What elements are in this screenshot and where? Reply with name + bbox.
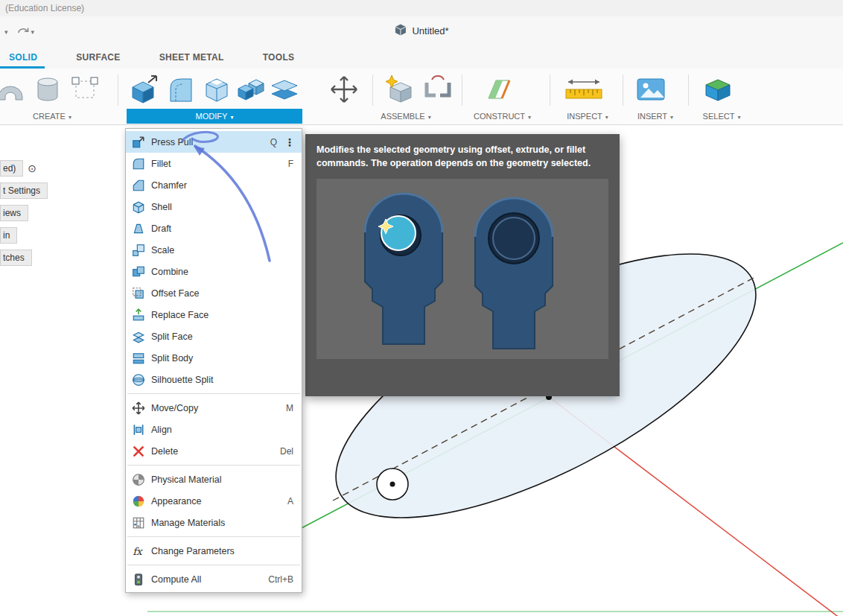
menu-item-manage-materials[interactable]: Manage Materials (126, 512, 302, 533)
tab-sheet-metal[interactable]: SHEET METAL (159, 52, 224, 69)
browser-item-named-views[interactable]: iews (0, 205, 28, 221)
chevron-down-icon (670, 112, 673, 121)
menu-item-fillet[interactable]: Fillet F (126, 153, 302, 174)
split-body-ribbon-icon[interactable] (268, 72, 301, 107)
appearance-icon (131, 494, 145, 508)
browser-item-origin[interactable]: in (0, 227, 17, 244)
measure-icon[interactable] (563, 72, 605, 107)
select-icon[interactable] (702, 72, 734, 107)
chevron-down-icon (31, 25, 35, 36)
menu-divider (127, 565, 300, 565)
press-pull-tooltip: Modifies the selected geometry using off… (305, 134, 620, 396)
press-pull-ribbon-icon[interactable] (128, 72, 161, 107)
fillet-ribbon-icon[interactable] (165, 72, 197, 107)
combine-ribbon-icon[interactable] (235, 72, 267, 107)
inspect-group-button[interactable]: INSPECT (557, 109, 618, 124)
ribbon-divider (550, 74, 550, 106)
physical-material-icon (131, 472, 145, 486)
construction-plane-icon[interactable] (483, 72, 515, 107)
create-group-button[interactable]: CREATE (0, 109, 104, 124)
sketch-icon[interactable] (69, 72, 101, 107)
chevron-down-icon (737, 112, 740, 121)
menu-item-chamfer[interactable]: Chamfer (126, 174, 302, 196)
tab-tools[interactable]: TOOLS (263, 52, 295, 69)
press-pull-preview-image (316, 179, 608, 359)
fusion-window: (Education License) Untitled* SOLID SURF… (0, 0, 843, 616)
browser-item-sketches[interactable]: tches (0, 250, 32, 266)
menu-item-replace-face[interactable]: Replace Face (126, 304, 302, 326)
draft-icon (131, 221, 145, 235)
cylinder-icon[interactable] (31, 72, 64, 107)
menu-divider (127, 393, 300, 394)
redo-icon (17, 25, 29, 37)
delete-icon (131, 444, 145, 458)
menu-item-move-copy[interactable]: Move/Copy M (126, 397, 302, 419)
ribbon-divider (372, 74, 373, 106)
split-face-icon (131, 329, 145, 343)
move-ribbon-icon[interactable] (328, 72, 360, 107)
menu-item-press-pull[interactable]: Press Pull Q ⋮ (126, 131, 302, 153)
browser-item-document-settings[interactable]: t Settings (0, 182, 48, 199)
viewport[interactable]: ed) ⊙ t Settings iews in tches Press Pul… (0, 125, 843, 616)
toolbar-tabs: SOLID SURFACE SHEET METAL TOOLS (0, 45, 843, 69)
compute-all-icon (131, 572, 145, 586)
manage-materials-icon (131, 515, 145, 530)
revolve-icon[interactable] (0, 72, 27, 107)
menu-item-shell[interactable]: Shell (126, 196, 302, 217)
modify-group-button[interactable]: MODIFY (127, 109, 302, 124)
joint-icon[interactable] (422, 72, 454, 107)
tab-surface[interactable]: SURFACE (76, 52, 120, 69)
chevron-down-icon (69, 112, 71, 121)
menu-item-silhouette-split[interactable]: Silhouette Split (126, 369, 302, 390)
replace-face-icon (131, 308, 145, 322)
ribbon-divider (688, 74, 689, 106)
select-group-button[interactable]: SELECT (694, 109, 749, 124)
assemble-group-button[interactable]: ASSEMBLE (370, 109, 442, 124)
offset-face-icon (131, 286, 145, 300)
chevron-down-icon (605, 112, 608, 121)
menu-item-offset-face[interactable]: Offset Face (126, 282, 302, 304)
license-bar: (Education License) (0, 0, 843, 16)
tab-solid[interactable]: SOLID (9, 52, 37, 69)
split-body-icon (131, 351, 145, 365)
menu-item-change-parameters[interactable]: fx Change Parameters (126, 540, 302, 562)
ribbon-divider (462, 74, 462, 106)
svg-text:fx: fx (133, 545, 143, 557)
activate-radio-icon[interactable]: ⊙ (28, 163, 36, 174)
menu-item-compute-all[interactable]: Compute All Ctrl+B (126, 568, 302, 590)
shell-icon (131, 200, 145, 214)
menu-item-split-body[interactable]: Split Body (126, 347, 302, 369)
menu-item-split-face[interactable]: Split Face (126, 326, 302, 347)
undo-menu-button[interactable] (1, 22, 11, 39)
menu-divider (127, 536, 300, 537)
insert-image-icon[interactable] (634, 72, 667, 107)
more-options-icon[interactable]: ⋮ (281, 136, 298, 148)
silhouette-split-icon (131, 372, 145, 387)
chevron-down-icon (230, 112, 233, 121)
ribbon-divider (118, 74, 118, 106)
document-title: Untitled* (394, 16, 448, 45)
construct-group-button[interactable]: CONSTRUCT (463, 109, 541, 124)
document-cube-icon (394, 23, 407, 39)
fx-icon: fx (131, 544, 145, 558)
chevron-down-icon (428, 112, 431, 121)
menu-item-draft[interactable]: Draft (126, 217, 302, 239)
menu-item-delete[interactable]: Delete Del (126, 440, 302, 462)
redo-button[interactable] (14, 22, 38, 40)
insert-group-button[interactable]: INSERT (629, 109, 681, 124)
license-text: (Education License) (5, 3, 84, 13)
align-icon (131, 422, 145, 436)
menu-item-scale[interactable]: Scale (126, 239, 302, 261)
menu-item-align[interactable]: Align (126, 419, 302, 440)
menu-item-combine[interactable]: Combine (126, 261, 302, 282)
menu-item-appearance[interactable]: Appearance A (126, 490, 302, 512)
ribbon-divider (623, 74, 623, 106)
browser-item-document[interactable]: ed) ⊙ (0, 160, 36, 177)
new-component-icon[interactable] (383, 72, 416, 107)
sketch-point[interactable] (390, 482, 395, 487)
chevron-down-icon (528, 112, 531, 121)
menu-item-physical-material[interactable]: Physical Material (126, 469, 302, 490)
fillet-icon (131, 156, 145, 171)
shell-ribbon-icon[interactable] (200, 72, 233, 107)
tooltip-text: Modifies the selected geometry using off… (316, 144, 605, 170)
